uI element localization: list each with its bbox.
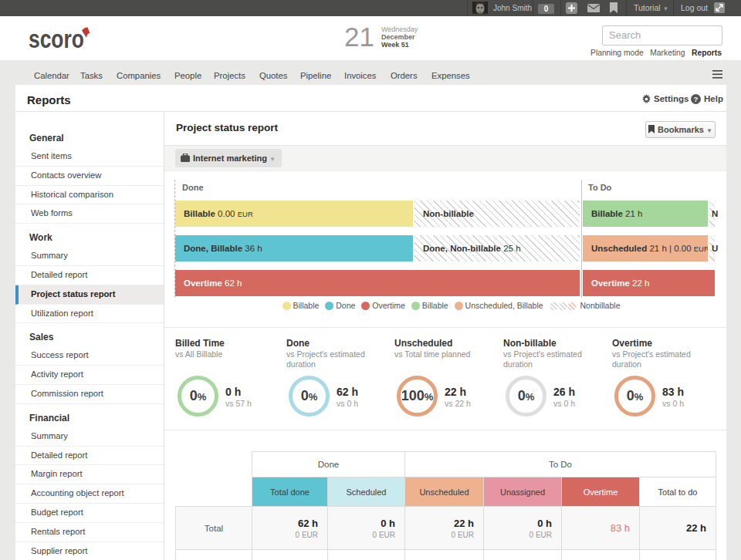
svg-text:?: ? [694, 95, 699, 103]
